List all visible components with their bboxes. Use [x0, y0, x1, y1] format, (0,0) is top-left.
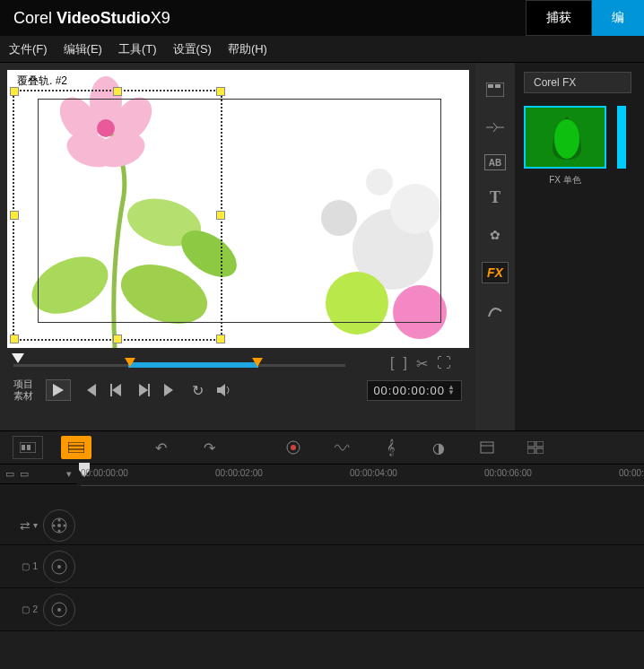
tab-capture[interactable]: 捕获: [526, 0, 592, 36]
mode-project-label[interactable]: 项目: [13, 378, 33, 390]
svg-rect-25: [68, 442, 84, 453]
redo-button[interactable]: ↷: [194, 436, 224, 459]
timeline-ruler[interactable]: 00:00:00:00 00:00:02:00 00:00:04:00 00:0…: [0, 465, 644, 486]
scrubber[interactable]: [ ] ✂ ⛶: [13, 355, 462, 375]
svg-point-21: [554, 119, 579, 159]
timecode-display[interactable]: 00:00:00:00 ▲▼: [367, 380, 462, 401]
mark-in[interactable]: [125, 358, 135, 367]
storyboard-view-button[interactable]: [13, 436, 43, 459]
preview-canvas[interactable]: 覆叠轨. #2: [7, 70, 469, 348]
svg-point-41: [53, 524, 56, 526]
menu-tools[interactable]: 工具(T): [118, 41, 157, 57]
fx-item-1[interactable]: FX 单色: [524, 106, 606, 187]
tab-edit[interactable]: 编: [592, 0, 644, 36]
menu-settings[interactable]: 设置(S): [173, 41, 212, 57]
go-end-button[interactable]: [162, 382, 178, 398]
libtool-title-icon[interactable]: AB: [484, 154, 506, 170]
app-logo: Corel VideoStudioX9: [13, 9, 170, 28]
timeline-view-button[interactable]: [61, 436, 91, 459]
svg-point-43: [57, 565, 61, 569]
fx-item-1-label: FX 单色: [524, 174, 606, 187]
auto-music-button[interactable]: 𝄞: [375, 436, 405, 459]
svg-rect-23: [22, 445, 25, 450]
playback-controls: 项目 素材 ↻ 00:00:00:00 ▲▼: [4, 375, 471, 405]
track-vis-icon[interactable]: ▭: [5, 468, 14, 480]
svg-rect-33: [536, 441, 544, 447]
timecode-spinner[interactable]: ▲▼: [448, 385, 456, 395]
svg-rect-19: [495, 84, 500, 88]
library-toolstrip: AB T ✿ FX: [475, 63, 515, 430]
overlay-track-icon: [43, 551, 75, 583]
menu-edit[interactable]: 编辑(E): [64, 41, 102, 57]
svg-point-45: [57, 608, 61, 612]
libtool-graphic-icon[interactable]: ✿: [482, 224, 509, 246]
fx-item-2[interactable]: [617, 106, 626, 187]
libtool-transition-icon[interactable]: [482, 117, 509, 138]
safe-zone-frame: [38, 99, 441, 323]
track-toggle-icon[interactable]: ⇄: [20, 518, 30, 533]
svg-point-29: [291, 445, 296, 450]
svg-rect-35: [536, 448, 544, 454]
next-frame-button[interactable]: [135, 382, 152, 398]
svg-rect-24: [27, 445, 30, 450]
mark-out[interactable]: [252, 358, 263, 367]
record-button[interactable]: [278, 436, 309, 459]
loop-button[interactable]: ↻: [189, 382, 205, 398]
track-overlay-2[interactable]: ▢2: [0, 588, 644, 631]
svg-rect-34: [527, 448, 535, 454]
marker-button[interactable]: ◑: [423, 436, 454, 459]
timeline-tracks: 00:00:00:00 00:00:02:00 00:00:04:00 00:0…: [0, 465, 644, 631]
track-video-main[interactable]: ⇄▾: [0, 506, 644, 545]
svg-rect-30: [481, 442, 493, 453]
expand-icon[interactable]: ⛶: [437, 355, 451, 372]
bracket-out-icon[interactable]: ]: [404, 355, 407, 372]
multitrack-button[interactable]: [520, 436, 551, 459]
track-lock-icon[interactable]: ▭: [20, 468, 29, 480]
ruler-tick-3: 00:00:06:00: [484, 468, 532, 478]
scissors-icon[interactable]: ✂: [416, 355, 428, 372]
collapse-icon[interactable]: ▾: [33, 520, 38, 530]
ruler-tick-2: 00:00:04:00: [350, 468, 397, 478]
audio-mixer-button[interactable]: [326, 436, 357, 459]
bracket-in-icon[interactable]: [: [390, 355, 394, 372]
libtool-path-icon[interactable]: [482, 300, 509, 321]
timeline-toolbar: ↶ ↷ 𝄞 ◑: [0, 430, 644, 465]
library-panel: AB T ✿ FX Corel FX FX 单色: [475, 63, 644, 430]
lock-icon[interactable]: ▢: [22, 604, 30, 614]
video-track-icon: [43, 509, 75, 542]
svg-point-40: [58, 529, 61, 532]
volume-button[interactable]: [216, 382, 232, 398]
play-button[interactable]: [46, 379, 71, 401]
track-overlay-1[interactable]: ▢1: [0, 545, 644, 588]
svg-point-39: [64, 524, 66, 526]
menubar: 文件(F) 编辑(E) 工具(T) 设置(S) 帮助(H): [0, 36, 644, 63]
prev-frame-button[interactable]: [109, 382, 125, 398]
svg-rect-32: [527, 441, 535, 447]
svg-point-37: [57, 524, 61, 527]
svg-rect-18: [488, 84, 493, 88]
undo-button[interactable]: ↶: [145, 436, 176, 459]
playhead-marker[interactable]: [12, 353, 24, 363]
library-category-tab[interactable]: Corel FX: [524, 72, 631, 93]
ruler-tick-1: 00:00:02:00: [215, 468, 263, 478]
preview-panel: 覆叠轨. #2 [ ] ✂ ⛶: [0, 63, 475, 430]
libtool-media-icon[interactable]: [482, 79, 509, 100]
overlay-track-icon: [43, 594, 75, 626]
svg-point-38: [58, 518, 61, 521]
chapter-button[interactable]: [472, 436, 502, 459]
overlay-track-label: 覆叠轨. #2: [16, 74, 68, 89]
ruler-tick-0: 00:00:00:00: [81, 468, 128, 478]
menu-file[interactable]: 文件(F): [9, 41, 48, 57]
ruler-tick-4: 00:00:0: [619, 468, 644, 478]
track-header-strip: ▭ ▭ ▾: [0, 465, 77, 484]
lock-icon[interactable]: ▢: [22, 561, 30, 571]
go-start-button[interactable]: [82, 382, 98, 398]
libtool-fx-icon[interactable]: FX: [482, 262, 509, 283]
mode-clip-label[interactable]: 素材: [13, 390, 33, 402]
titlebar: Corel VideoStudioX9 捕获 编: [0, 0, 644, 36]
menu-help[interactable]: 帮助(H): [228, 41, 267, 57]
libtool-text-icon[interactable]: T: [482, 187, 509, 208]
